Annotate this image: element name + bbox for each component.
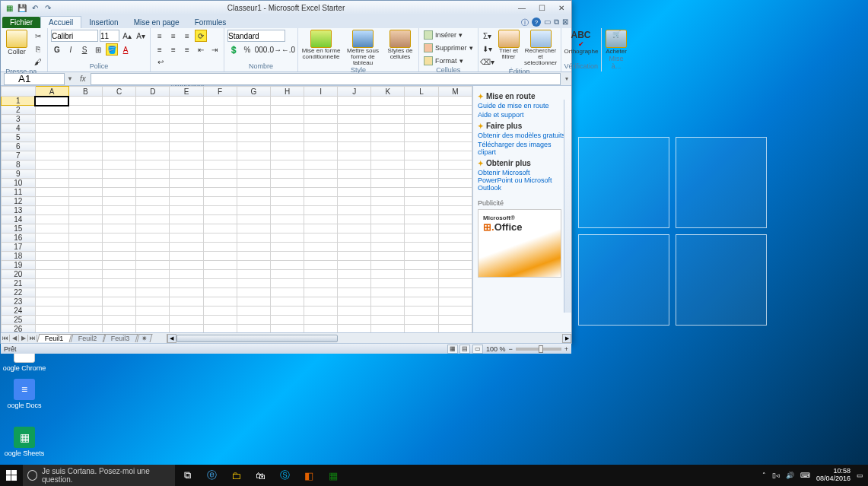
cell[interactable] <box>438 261 472 270</box>
formula-input[interactable] <box>91 73 561 85</box>
cell[interactable] <box>405 124 438 133</box>
align-left-icon[interactable]: ≡ <box>154 43 166 56</box>
cell[interactable] <box>271 261 304 270</box>
link-clipart[interactable]: Télécharger des images clipart <box>478 141 567 156</box>
name-box[interactable] <box>4 73 65 85</box>
cell[interactable] <box>102 197 135 206</box>
cell[interactable] <box>371 325 405 333</box>
italic-button[interactable]: I <box>65 43 77 56</box>
cell[interactable] <box>170 106 203 115</box>
underline-button[interactable]: S <box>78 43 91 56</box>
cell[interactable] <box>136 215 170 224</box>
office-ad[interactable]: Microsoft® ⊞.Office <box>478 209 561 278</box>
cell[interactable] <box>102 106 135 115</box>
tab-page-layout[interactable]: Mise en page <box>126 17 187 28</box>
cell[interactable] <box>237 97 270 106</box>
cell[interactable] <box>136 243 170 252</box>
cell[interactable] <box>35 206 68 215</box>
copy-icon[interactable]: ⎘ <box>32 43 44 55</box>
column-header[interactable]: F <box>203 87 237 97</box>
cell[interactable] <box>203 297 237 307</box>
zoom-slider[interactable] <box>516 348 561 351</box>
cell[interactable] <box>136 279 170 288</box>
cell[interactable] <box>170 325 203 333</box>
cell[interactable] <box>405 307 438 316</box>
cell[interactable] <box>371 297 405 307</box>
zoom-level[interactable]: 100 % <box>486 345 506 353</box>
cell[interactable] <box>304 297 338 307</box>
cell[interactable] <box>237 106 270 115</box>
find-select-button[interactable]: Rechercher et sélectionner <box>524 30 558 66</box>
cell[interactable] <box>371 151 405 160</box>
cell[interactable] <box>203 261 237 270</box>
cell[interactable] <box>102 279 135 288</box>
cell[interactable] <box>438 243 472 252</box>
cell[interactable] <box>68 206 102 215</box>
cell[interactable] <box>136 316 170 325</box>
cell[interactable] <box>338 288 371 297</box>
cell[interactable] <box>136 124 170 133</box>
cell[interactable] <box>271 243 304 252</box>
zoom-out-button[interactable]: − <box>508 345 512 353</box>
cell[interactable] <box>237 307 270 316</box>
cell[interactable] <box>35 197 68 206</box>
row-header[interactable]: 14 <box>2 215 36 224</box>
cell[interactable] <box>405 106 438 115</box>
cell[interactable] <box>338 307 371 316</box>
cell[interactable] <box>304 270 338 279</box>
cell[interactable] <box>438 252 472 261</box>
cell[interactable] <box>237 142 270 151</box>
cell[interactable] <box>68 133 102 142</box>
cell[interactable] <box>371 179 405 188</box>
cell[interactable] <box>304 325 338 333</box>
cell[interactable] <box>136 170 170 179</box>
cell[interactable] <box>136 288 170 297</box>
increase-indent-icon[interactable]: ⇥ <box>208 43 221 56</box>
cell[interactable] <box>338 97 371 106</box>
border-button[interactable]: ⊞ <box>92 43 104 56</box>
tab-formulas[interactable]: Formules <box>187 17 234 28</box>
cell[interactable] <box>237 206 270 215</box>
cell[interactable] <box>338 243 371 252</box>
tray-chevron-icon[interactable]: ˄ <box>762 472 766 479</box>
cell[interactable] <box>371 197 405 206</box>
cell[interactable] <box>102 133 135 142</box>
delete-cells-button[interactable]: Supprimer ▾ <box>422 43 475 53</box>
cell[interactable] <box>271 160 304 170</box>
tab-file[interactable]: Fichier <box>2 17 40 28</box>
scroll-left-icon[interactable]: ◀ <box>167 334 176 343</box>
cell[interactable] <box>170 206 203 215</box>
row-header[interactable]: 20 <box>2 270 36 279</box>
column-header[interactable]: K <box>371 87 405 97</box>
cell[interactable] <box>438 325 472 333</box>
view-layout-icon[interactable]: ▤ <box>459 345 470 354</box>
cell[interactable] <box>405 316 438 325</box>
cell[interactable] <box>170 188 203 197</box>
cell[interactable] <box>304 151 338 160</box>
cell[interactable] <box>237 151 270 160</box>
cell[interactable] <box>304 97 338 106</box>
cell[interactable] <box>102 215 135 224</box>
fill-color-button[interactable]: 🪣 <box>106 43 118 56</box>
cell[interactable] <box>203 288 237 297</box>
cell[interactable] <box>405 261 438 270</box>
help-question-icon[interactable]: ? <box>532 17 541 27</box>
cell[interactable] <box>338 261 371 270</box>
cell[interactable] <box>271 206 304 215</box>
tray-notifications-icon[interactable]: ▭ <box>857 472 863 479</box>
cell[interactable] <box>35 115 68 124</box>
cell[interactable] <box>170 151 203 160</box>
column-header[interactable]: M <box>438 87 472 97</box>
cell[interactable] <box>438 224 472 233</box>
taskbar-skype[interactable]: Ⓢ <box>272 465 297 486</box>
cell[interactable] <box>405 243 438 252</box>
cell[interactable] <box>136 325 170 333</box>
cell[interactable] <box>203 197 237 206</box>
autosum-icon[interactable]: Σ▾ <box>482 30 494 42</box>
cell[interactable] <box>35 233 68 243</box>
cell[interactable] <box>102 188 135 197</box>
cell[interactable] <box>271 224 304 233</box>
cell[interactable] <box>136 206 170 215</box>
row-header[interactable]: 19 <box>2 261 36 270</box>
paste-button[interactable]: Coller <box>4 30 30 56</box>
